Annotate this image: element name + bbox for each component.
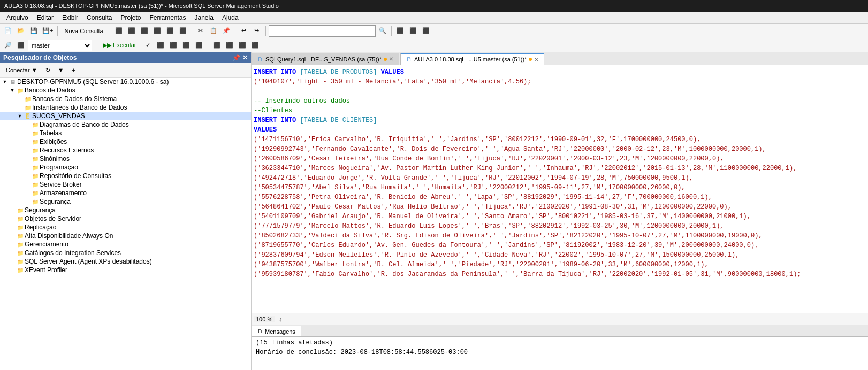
tree-item[interactable]: 📁Tabelas bbox=[0, 129, 251, 137]
tree-toggle[interactable] bbox=[9, 215, 16, 222]
tree-toggle[interactable] bbox=[9, 241, 16, 248]
menu-editar[interactable]: Editar bbox=[33, 13, 58, 22]
outdent-btn[interactable]: ⬛ bbox=[224, 40, 235, 51]
tree-toggle[interactable] bbox=[24, 121, 31, 128]
search-btn[interactable]: 🔍 bbox=[377, 25, 389, 37]
tree-toggle[interactable] bbox=[9, 232, 16, 240]
save-btn[interactable]: 💾 bbox=[28, 25, 40, 37]
menu-arquivo[interactable]: Arquivo bbox=[2, 13, 33, 22]
cut-btn[interactable]: ✂ bbox=[195, 25, 207, 37]
tb2-filter-btn[interactable]: 🔎 bbox=[2, 40, 14, 51]
search-input[interactable] bbox=[269, 25, 376, 37]
tree-toggle[interactable]: ▼ bbox=[9, 87, 16, 94]
tree-toggle[interactable] bbox=[9, 258, 16, 265]
new-file-btn[interactable]: 📄 bbox=[2, 25, 14, 37]
btn3[interactable]: ⬛ bbox=[139, 25, 150, 37]
btn4[interactable]: ⬛ bbox=[151, 25, 163, 37]
execute-btn[interactable]: ▶ ▶ Executar bbox=[98, 40, 141, 51]
btn2[interactable]: ⬛ bbox=[126, 25, 138, 37]
tree-root-item[interactable]: ▼🖥DESKTOP-GPFNMU5 (SQL Server 16.0.1000.… bbox=[0, 78, 251, 86]
tree-toggle[interactable] bbox=[24, 129, 31, 137]
indent-btn[interactable]: ⬛ bbox=[211, 40, 223, 51]
tree-toggle[interactable] bbox=[24, 164, 31, 171]
save-all-btn[interactable]: 💾+ bbox=[41, 25, 55, 37]
debug-btn[interactable]: ⬛ bbox=[167, 40, 179, 51]
tree-item[interactable]: 📁Alta Disponibilidade Always On bbox=[0, 232, 251, 240]
filter-btn[interactable]: ▼ bbox=[55, 64, 67, 76]
undo-btn[interactable]: ↩ bbox=[238, 25, 250, 37]
paste-btn[interactable]: 📌 bbox=[220, 25, 232, 37]
database-dropdown[interactable]: master bbox=[28, 40, 92, 51]
tbtn1[interactable]: ⬛ bbox=[394, 25, 406, 37]
open-btn[interactable]: 📂 bbox=[15, 25, 27, 37]
check-btn[interactable]: ✓ bbox=[142, 40, 154, 51]
tree-item[interactable]: 📁XEvent Profiler bbox=[0, 266, 251, 274]
tree-item[interactable]: 📁SQL Server Agent (Agent XPs desabilitad… bbox=[0, 257, 251, 266]
tree-toggle[interactable] bbox=[24, 198, 31, 205]
connect-btn[interactable]: Conectar ▼ bbox=[2, 64, 41, 76]
tree-toggle[interactable] bbox=[9, 223, 16, 231]
tree-item[interactable]: 📁Replicação bbox=[0, 223, 251, 232]
tree-toggle[interactable] bbox=[24, 147, 31, 154]
menu-ferramentas[interactable]: Ferramentas bbox=[145, 13, 190, 22]
tree-item[interactable]: 📁Recursos Externos bbox=[0, 146, 251, 155]
tree-item[interactable]: ▼📁Bancos de Dados bbox=[0, 86, 251, 95]
tree-toggle[interactable] bbox=[24, 172, 31, 180]
tree-item[interactable]: 📁Repositório de Consultas bbox=[0, 172, 251, 180]
tree-root-toggle[interactable]: ▼ bbox=[1, 78, 9, 86]
tree-toggle[interactable] bbox=[9, 206, 16, 214]
editor[interactable]: INSERT INTO [TABELA DE PRODUTOS] VALUES … bbox=[252, 65, 868, 313]
tree-toggle[interactable] bbox=[24, 155, 31, 163]
menu-exibir[interactable]: Exibir bbox=[58, 13, 82, 22]
tree-toggle[interactable] bbox=[24, 138, 31, 145]
comment-btn[interactable]: ⬛ bbox=[237, 40, 248, 51]
sidebar-pin-btn[interactable]: 📌 bbox=[232, 54, 240, 61]
refresh-btn[interactable]: ↻ bbox=[42, 64, 54, 76]
btn6[interactable]: ⬛ bbox=[177, 25, 189, 37]
tree-item[interactable]: 📁Segurança bbox=[0, 206, 251, 214]
redo-btn[interactable]: ↪ bbox=[251, 25, 263, 37]
tree-item[interactable]: 📁Exibições bbox=[0, 137, 251, 146]
tree-toggle[interactable] bbox=[24, 189, 31, 197]
tree-toggle[interactable] bbox=[24, 181, 31, 188]
tree-toggle[interactable] bbox=[16, 95, 24, 103]
btn1[interactable]: ⬛ bbox=[113, 25, 125, 37]
messages-tab-mensagens[interactable]: 🗋 Mensagens bbox=[252, 326, 301, 336]
uncomment-btn[interactable]: ⬛ bbox=[249, 40, 261, 51]
sidebar-close-btn[interactable]: ✕ bbox=[242, 54, 248, 61]
tree-item[interactable]: 📁Instantâneos do Banco de Dados bbox=[0, 103, 251, 112]
tbtn3[interactable]: ⬛ bbox=[420, 25, 432, 37]
tb2-btn1[interactable]: ⬛ bbox=[15, 40, 27, 51]
tree-item[interactable]: 📁Segurança bbox=[0, 197, 251, 206]
tree-item[interactable]: 📁Gerenciamento bbox=[0, 240, 251, 249]
tree-item[interactable]: 📁Diagramas de Banco de Dados bbox=[0, 120, 251, 129]
tree-item[interactable]: 📁Sinônimos bbox=[0, 155, 251, 163]
tree-item[interactable]: 📁Service Broker bbox=[0, 180, 251, 189]
new-folder-btn[interactable]: + bbox=[68, 64, 80, 76]
tab-aula3-close[interactable]: ✕ bbox=[534, 57, 538, 63]
tree-toggle[interactable] bbox=[9, 266, 16, 274]
tab-sqlquery-close[interactable]: ✕ bbox=[389, 56, 393, 62]
tree-item[interactable]: 📁Objetos de Servidor bbox=[0, 214, 251, 223]
new-query-btn[interactable]: Nova Consulta bbox=[60, 25, 106, 37]
tree-toggle[interactable] bbox=[16, 104, 24, 111]
tree-item[interactable]: 📁Armazenamento bbox=[0, 189, 251, 197]
tree-item[interactable]: ▼🗄SUCOS_VENDAS bbox=[0, 112, 251, 120]
tbtn2[interactable]: ⬛ bbox=[407, 25, 419, 37]
tree-toggle[interactable] bbox=[9, 249, 16, 257]
results-btn[interactable]: ⬛ bbox=[193, 40, 205, 51]
tree-toggle[interactable]: ▼ bbox=[16, 112, 24, 120]
menu-janela[interactable]: Janela bbox=[191, 13, 218, 22]
btn5[interactable]: ⬛ bbox=[164, 25, 176, 37]
menu-ajuda[interactable]: Ajuda bbox=[218, 13, 243, 22]
tree-item[interactable]: 📁Catálogos do Integration Services bbox=[0, 249, 251, 257]
stop-btn[interactable]: ⬛ bbox=[180, 40, 192, 51]
tab-aula3[interactable]: 🗋 AULA3 0 18.08.sql - ...U5.master (sa (… bbox=[400, 53, 544, 65]
tab-sqlquery[interactable]: 🗋 SQLQuery1.sql - DE...S_VENDAS (sa (75)… bbox=[252, 53, 399, 65]
menu-consulta[interactable]: Consulta bbox=[82, 13, 116, 22]
menu-projeto[interactable]: Projeto bbox=[116, 13, 145, 22]
tree-item[interactable]: 📁Bancos de Dados do Sistema bbox=[0, 95, 251, 103]
parse-btn[interactable]: ⬛ bbox=[155, 40, 166, 51]
copy-btn[interactable]: 📋 bbox=[208, 25, 219, 37]
tree-item[interactable]: 📁Programação bbox=[0, 163, 251, 172]
